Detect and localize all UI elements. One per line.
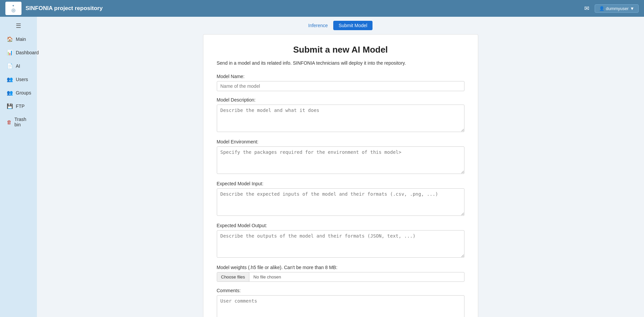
username-label: dummyuser — [606, 6, 629, 11]
expected-output-label: Expected Model Output: — [217, 223, 464, 228]
users-icon: 👥 — [7, 76, 13, 82]
model-name-group: Model Name: — [217, 74, 464, 91]
home-icon: 🏠 — [7, 36, 13, 42]
sidebar-item-trashbin[interactable]: 🗑 Trash bin — [1, 113, 36, 131]
model-environment-label: Model Environment: — [217, 139, 464, 144]
form-title: Submit a new AI Model — [217, 45, 464, 55]
expected-input-textarea[interactable] — [217, 188, 464, 216]
ai-icon: 📄 — [7, 63, 13, 69]
form-subtitle: Send in a model and its related info. SI… — [217, 60, 464, 66]
trash-icon: 🗑 — [7, 119, 12, 125]
model-environment-input[interactable] — [217, 146, 464, 174]
inference-link[interactable]: Inference — [308, 23, 328, 28]
nav-bar: Inference Submit Model — [37, 17, 644, 34]
groups-icon: 👥 — [7, 90, 13, 96]
model-description-label: Model Description: — [217, 97, 464, 103]
main-content: Inference Submit Model Submit a new AI M… — [37, 17, 644, 317]
sidebar-item-label: Groups — [16, 90, 31, 96]
ftp-icon: 💾 — [7, 103, 13, 109]
file-name-display: No file chosen — [249, 272, 464, 281]
sidebar-item-groups[interactable]: 👥 Groups — [1, 86, 36, 99]
comments-group: Comments: — [217, 288, 464, 317]
sidebar: ☰ 🏠 Main 📊 Dashboard 📄 AI 👥 Users 👥 Grou… — [0, 17, 37, 317]
comments-label: Comments: — [217, 288, 464, 293]
sidebar-item-dashboard[interactable]: 📊 Dashboard — [1, 46, 36, 59]
user-icon: 👤 — [599, 6, 604, 11]
sidebar-item-users[interactable]: 👥 Users — [1, 73, 36, 86]
sidebar-item-ai[interactable]: 📄 AI — [1, 60, 36, 72]
dashboard-icon: 📊 — [7, 50, 13, 56]
expected-input-group: Expected Model Input: — [217, 181, 464, 217]
sidebar-item-main[interactable]: 🏠 Main — [1, 33, 36, 46]
sidebar-item-ftp[interactable]: 💾 FTP — [1, 100, 36, 113]
hamburger-icon: ☰ — [16, 22, 21, 29]
model-description-input[interactable] — [217, 105, 464, 132]
model-name-label: Model Name: — [217, 74, 464, 79]
sidebar-item-label: Main — [16, 37, 26, 42]
sidebar-item-label: FTP — [16, 104, 24, 109]
expected-output-group: Expected Model Output: — [217, 223, 464, 259]
sidebar-item-label: Users — [16, 77, 28, 82]
sidebar-item-label: Trash bin — [14, 117, 30, 127]
submit-model-nav-button[interactable]: Submit Model — [333, 21, 373, 30]
model-environment-group: Model Environment: — [217, 139, 464, 175]
model-description-group: Model Description: — [217, 97, 464, 133]
logo-text: ✦ — [12, 4, 15, 7]
weights-label: Model weights (.h5 file or alike). Can't… — [217, 265, 464, 270]
header-right: ✉ 👤 dummyuser ▼ — [584, 4, 639, 13]
comments-textarea[interactable] — [217, 295, 464, 317]
form-container: Submit a new AI Model Send in a model an… — [203, 34, 478, 317]
sidebar-toggle[interactable]: ☰ — [0, 19, 37, 32]
logo-icon: ◎ — [11, 7, 15, 13]
sidebar-item-label: AI — [16, 63, 20, 69]
user-menu-button[interactable]: 👤 dummyuser ▼ — [595, 4, 639, 13]
model-name-input[interactable] — [217, 81, 464, 91]
header-left: ✦ ◎ SINFONIA project repository — [5, 2, 103, 15]
layout: ☰ 🏠 Main 📊 Dashboard 📄 AI 👥 Users 👥 Grou… — [0, 17, 644, 317]
header-title: SINFONIA project repository — [26, 5, 103, 12]
header: ✦ ◎ SINFONIA project repository ✉ 👤 dumm… — [0, 0, 644, 17]
file-input-wrapper: Choose files No file chosen — [217, 272, 464, 282]
dropdown-icon: ▼ — [630, 6, 634, 11]
choose-files-button[interactable]: Choose files — [217, 272, 250, 281]
expected-output-textarea[interactable] — [217, 230, 464, 258]
mail-icon[interactable]: ✉ — [584, 5, 589, 12]
expected-input-label: Expected Model Input: — [217, 181, 464, 186]
logo: ✦ ◎ — [5, 2, 21, 15]
weights-group: Model weights (.h5 file or alike). Can't… — [217, 265, 464, 282]
sidebar-item-label: Dashboard — [16, 50, 39, 55]
